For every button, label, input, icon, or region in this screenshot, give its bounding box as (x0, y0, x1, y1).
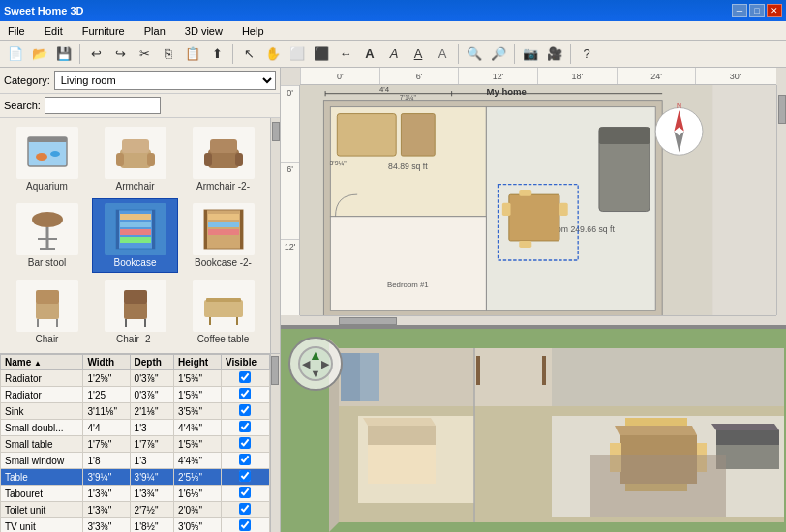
table-row[interactable]: Small table 1'7⅝" 1'7⅞" 1'5¾" (1, 436, 270, 453)
camera-button[interactable]: 📷 (519, 44, 542, 65)
visible-checkbox[interactable] (239, 519, 251, 531)
copy-button[interactable]: ⎘ (157, 44, 180, 65)
draw-dimension-tool[interactable]: ↔ (334, 44, 357, 65)
cell-depth: 0'3⅞" (130, 387, 174, 403)
menu-3dview[interactable]: 3D view (181, 23, 227, 39)
menu-plan[interactable]: Plan (140, 23, 169, 39)
close-button[interactable]: ✕ (767, 4, 782, 17)
floor-plan-canvas[interactable]: 4'4 My home 84.89 sq ft Bedroom (300, 85, 786, 325)
furniture-item-bookcase[interactable]: Bookcase (92, 198, 178, 273)
floorplan-hscrollbar[interactable] (300, 315, 776, 325)
table-row[interactable]: Small doubl... 4'4 1'3 4'4¾" (1, 420, 270, 436)
menu-edit[interactable]: Edit (41, 23, 67, 39)
nav-down-arrow[interactable]: ▼ (311, 369, 321, 379)
visible-checkbox[interactable] (239, 470, 251, 482)
right-panel: 0' 6' 12' 18' 24' 30' 0' 6' 12' (281, 68, 786, 532)
draw-wall-tool[interactable]: ⬜ (286, 44, 309, 65)
furniture-item-barstool[interactable]: Bar stool (4, 198, 90, 273)
select-tool[interactable]: ↖ (237, 44, 260, 65)
furniture-item-chair[interactable]: Chair (4, 275, 90, 349)
furniture-item-armchair[interactable]: Armchair (92, 122, 178, 196)
redo-button[interactable]: ↪ (108, 44, 132, 65)
category-select[interactable]: Living room Bedroom Kitchen Bathroom Off… (54, 71, 276, 90)
menu-furniture[interactable]: Furniture (78, 23, 129, 39)
table-row[interactable]: Sink 3'11⅛" 2'1⅛" 3'5¾" (1, 403, 270, 420)
table-container[interactable]: Name ▲ Width Depth Height Visible Radiat… (0, 354, 270, 532)
col-depth[interactable]: Depth (130, 355, 174, 370)
search-input[interactable] (45, 97, 161, 114)
menu-help[interactable]: Help (238, 23, 268, 39)
cell-visible[interactable] (221, 436, 269, 453)
table-row[interactable]: TV unit 3'3⅜" 1'8½" 3'0⅝" (1, 518, 270, 533)
menu-file[interactable]: File (4, 23, 29, 39)
furniture-item-aquarium[interactable]: Aquarium (4, 122, 90, 196)
visible-checkbox[interactable] (239, 404, 251, 416)
nav-right-arrow[interactable]: ▶ (321, 359, 329, 369)
svg-rect-20 (120, 237, 151, 243)
draw-room-tool[interactable]: ⬛ (310, 44, 333, 65)
furniture-scrollbar[interactable] (270, 118, 280, 353)
visible-checkbox[interactable] (239, 421, 251, 432)
floor-plan-area[interactable]: 0' 6' 12' 18' 24' 30' 0' 6' 12' (281, 68, 786, 329)
svg-rect-17 (120, 214, 151, 220)
text-tool[interactable]: A (358, 44, 381, 65)
new-button[interactable]: 📄 (4, 44, 27, 65)
zoom-in-button[interactable]: 🔍 (463, 44, 486, 65)
cell-depth: 2'1⅛" (130, 403, 174, 420)
import-button[interactable]: ⬆ (205, 44, 228, 65)
visible-checkbox[interactable] (239, 437, 251, 449)
nav-compass[interactable]: ▲ ▶ ▼ ◀ (288, 337, 343, 391)
col-name[interactable]: Name ▲ (1, 355, 83, 370)
paste-button[interactable]: 📋 (181, 44, 204, 65)
text-shadow-tool[interactable]: A (431, 44, 454, 65)
table-row[interactable]: Radiator 1'2⅝" 0'3⅞" 1'5¾" (1, 370, 270, 387)
help-button[interactable]: ? (575, 44, 598, 65)
video-button[interactable]: 🎥 (543, 44, 566, 65)
col-visible[interactable]: Visible (221, 355, 269, 370)
minimize-button[interactable]: ─ (732, 4, 747, 17)
table-row[interactable]: Toilet unit 1'3¾" 2'7½" 2'0¾" (1, 502, 270, 518)
cut-button[interactable]: ✂ (133, 44, 156, 65)
chair-icon (16, 280, 78, 332)
floorplan-vscrollbar[interactable] (776, 85, 786, 315)
cell-visible[interactable] (221, 370, 269, 387)
visible-checkbox[interactable] (239, 503, 251, 515)
cell-visible[interactable] (221, 469, 269, 486)
open-button[interactable]: 📂 (28, 44, 51, 65)
visible-checkbox[interactable] (239, 487, 251, 498)
zoom-out-button[interactable]: 🔎 (487, 44, 510, 65)
cell-visible[interactable] (221, 387, 269, 403)
cell-visible[interactable] (221, 403, 269, 420)
cell-visible[interactable] (221, 502, 269, 518)
furniture-item-bookcase2[interactable]: Bookcase -2- (180, 198, 266, 273)
cell-visible[interactable] (221, 453, 269, 469)
col-height[interactable]: Height (174, 355, 222, 370)
col-width[interactable]: Width (83, 355, 130, 370)
furniture-item-armchair2[interactable]: Armchair -2- (180, 122, 266, 196)
barstool-icon (16, 203, 78, 255)
save-button[interactable]: 💾 (52, 44, 76, 65)
svg-rect-29 (36, 302, 59, 319)
cell-visible[interactable] (221, 518, 269, 533)
table-row[interactable]: Table 3'9¼" 3'9¼" 2'5⅛" (1, 469, 270, 486)
furniture-item-chair2[interactable]: Chair -2- (92, 275, 178, 349)
cell-width: 1'3¾" (83, 502, 130, 518)
pan-tool[interactable]: ✋ (261, 44, 285, 65)
visible-checkbox[interactable] (239, 454, 251, 465)
furniture-item-coffeetable[interactable]: Coffee table (180, 275, 266, 349)
table-row[interactable]: Radiator 1'25 0'3⅞" 1'5¾" (1, 387, 270, 403)
table-row[interactable]: Small window 1'8 1'3 4'4¾" (1, 453, 270, 469)
table-row[interactable]: Tabouret 1'3¾" 1'3¾" 1'6⅛" (1, 486, 270, 502)
undo-button[interactable]: ↩ (84, 44, 107, 65)
table-scrollbar[interactable] (270, 354, 280, 532)
text-style-tool[interactable]: A (382, 44, 406, 65)
cell-visible[interactable] (221, 486, 269, 502)
svg-rect-51 (330, 217, 486, 310)
cell-visible[interactable] (221, 420, 269, 436)
nav-up-arrow[interactable]: ▲ (309, 348, 322, 362)
text-outline-tool[interactable]: A (407, 44, 430, 65)
visible-checkbox[interactable] (239, 371, 251, 383)
maximize-button[interactable]: □ (749, 4, 765, 17)
visible-checkbox[interactable] (239, 388, 251, 399)
nav-left-arrow[interactable]: ◀ (302, 359, 310, 369)
